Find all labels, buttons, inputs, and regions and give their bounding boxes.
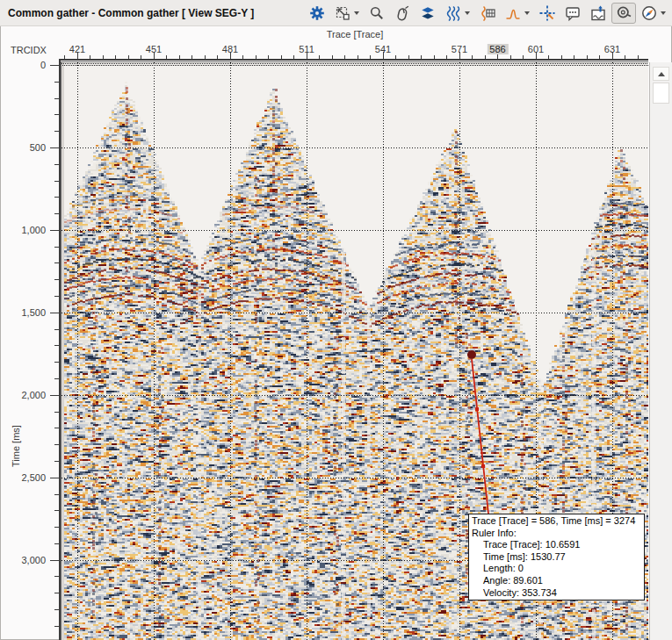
tooltip-position-line: Trace [Trace] = 586, Time [ms] = 3274 (472, 515, 644, 528)
trace-table-icon (480, 5, 495, 21)
x-axis-line (60, 59, 648, 61)
ruler-icon (616, 5, 632, 21)
cursor-trace-label: 586 (487, 44, 508, 54)
x-tick (612, 52, 613, 59)
mouse-pan-button[interactable] (390, 3, 415, 24)
histogram-icon (505, 5, 521, 21)
y-tick-label: 2,000 (2, 390, 46, 400)
zoom-icon (369, 5, 385, 21)
ruler-info-list: Trace [Trace]: 10.6591Time [ms]: 1530.77… (472, 539, 644, 599)
y-tick-label: 1,500 (2, 307, 46, 318)
x-tick (230, 52, 231, 59)
ruler-info-item: Length: 0 (472, 563, 644, 575)
export-image-button[interactable] (586, 3, 611, 24)
ruler-tooltip: Trace [Trace] = 586, Time [ms] = 3274 Ru… (468, 514, 645, 600)
compass-button[interactable] (637, 3, 670, 24)
compass-icon (641, 5, 657, 21)
x-axis-title: Trace [Trace] (61, 29, 648, 40)
x-tick (77, 52, 78, 59)
up-arrow-icon (658, 72, 665, 76)
vertical-scrollbar[interactable] (649, 62, 672, 640)
fit-extent-button[interactable] (330, 3, 364, 24)
y-tick (50, 395, 59, 396)
ruler-info-item: Time [ms]: 1530.77 (472, 551, 644, 564)
y-tick (50, 65, 59, 66)
trace-table-button[interactable] (475, 3, 500, 24)
export-image-icon (590, 5, 606, 21)
scroll-up-button[interactable] (653, 67, 669, 81)
crosshair-button[interactable] (535, 3, 560, 24)
tooltip-ruler-header: Ruler Info: (472, 528, 644, 540)
mouse-pan-icon (394, 5, 410, 21)
comment-icon (565, 5, 581, 21)
y-tick (50, 560, 59, 561)
y-tick (50, 230, 59, 231)
x-tick (154, 52, 155, 59)
zoom-button[interactable] (365, 3, 389, 24)
layers-icon (420, 5, 436, 21)
histogram-dropdown-icon[interactable] (524, 11, 530, 15)
y-tick-label: 2,500 (2, 472, 46, 483)
histogram-button[interactable] (501, 3, 534, 24)
x-tick (307, 52, 307, 59)
fit-extent-dropdown-icon[interactable] (354, 11, 359, 15)
ruler-button[interactable] (611, 3, 636, 24)
toolbar (304, 0, 670, 26)
crosshair-icon (539, 5, 555, 21)
app-window: Common gather - Common gather [ View SEG… (0, 0, 672, 640)
wiggle-display-dropdown-icon[interactable] (465, 11, 470, 15)
ruler-info-item: Trace [Trace]: 10.6591 (472, 539, 644, 551)
scrollbar-thumb[interactable] (653, 83, 669, 104)
window-title: Common gather - Common gather [ View SEG… (0, 7, 254, 19)
compass-dropdown-icon[interactable] (661, 11, 666, 15)
y-axis-title: Time [ms] (11, 425, 21, 467)
comment-button[interactable] (560, 3, 585, 24)
y-tick-label: 0 (2, 60, 46, 70)
y-tick (50, 478, 59, 478)
settings-button[interactable] (305, 3, 329, 24)
wiggle-display-icon (445, 5, 461, 21)
x-tick (459, 52, 460, 59)
x-tick (383, 52, 384, 59)
titlebar: Common gather - Common gather [ View SEG… (0, 0, 672, 26)
y-tick (50, 313, 59, 313)
y-tick (50, 147, 59, 148)
y-tick-label: 3,000 (2, 555, 46, 565)
y-tick-label: 1,000 (2, 225, 46, 235)
fit-extent-icon (335, 5, 350, 21)
x-tick (536, 52, 537, 59)
y-tick-label: 500 (2, 142, 46, 153)
corner-label: TRCIDX (11, 45, 47, 55)
ruler-info-item: Angle: 89.601 (472, 575, 644, 587)
wiggle-display-button[interactable] (441, 3, 474, 24)
layers-button[interactable] (415, 3, 440, 24)
ruler-info-item: Velocity: 353.734 (472, 587, 644, 600)
settings-icon (309, 5, 325, 21)
